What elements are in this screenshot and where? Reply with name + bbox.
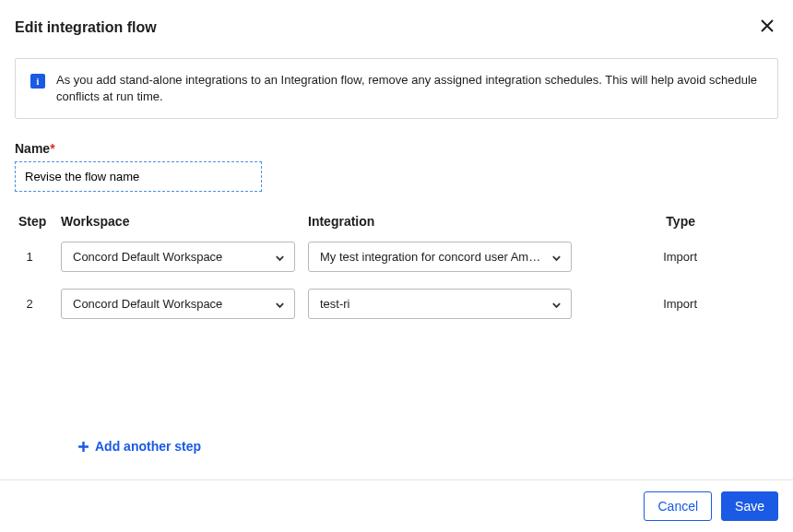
workspace-select-value: Concord Default Workspace bbox=[73, 297, 266, 311]
integration-select[interactable]: My test integration for concord user Ama… bbox=[308, 242, 572, 272]
step-number: 1 bbox=[15, 250, 61, 264]
type-cell: Import bbox=[585, 250, 778, 264]
step-row: 1 Concord Default Workspace My test inte… bbox=[15, 242, 778, 272]
close-icon bbox=[760, 18, 775, 36]
chevron-down-icon bbox=[551, 299, 562, 309]
column-header-type: Type bbox=[585, 214, 778, 229]
steps-table-header: Step Workspace Integration Type bbox=[15, 214, 778, 229]
steps-table: Step Workspace Integration Type 1 Concor… bbox=[15, 214, 778, 319]
integration-select-value: My test integration for concord user Ama… bbox=[320, 250, 543, 264]
step-row: 2 Concord Default Workspace test-ri Impo… bbox=[15, 289, 778, 319]
cancel-button[interactable]: Cancel bbox=[644, 491, 712, 521]
workspace-select[interactable]: Concord Default Workspace bbox=[61, 289, 295, 319]
plus-icon bbox=[77, 441, 89, 453]
step-number: 2 bbox=[15, 297, 61, 311]
integration-select[interactable]: test-ri bbox=[308, 289, 572, 319]
close-button[interactable] bbox=[756, 15, 778, 40]
add-step-label: Add another step bbox=[95, 439, 201, 454]
chevron-down-icon bbox=[551, 252, 562, 262]
integration-select-value: test-ri bbox=[320, 297, 543, 311]
save-button[interactable]: Save bbox=[721, 491, 778, 521]
info-banner: i As you add stand-alone integrations to… bbox=[15, 58, 778, 119]
info-icon: i bbox=[30, 74, 45, 89]
type-cell: Import bbox=[585, 297, 778, 311]
dialog-title: Edit integration flow bbox=[15, 19, 157, 36]
workspace-select-value: Concord Default Workspace bbox=[73, 250, 266, 264]
chevron-down-icon bbox=[275, 252, 285, 262]
dialog-footer: Cancel Save bbox=[0, 479, 793, 532]
chevron-down-icon bbox=[275, 299, 285, 309]
column-header-step: Step bbox=[15, 214, 61, 229]
info-banner-text: As you add stand-alone integrations to a… bbox=[56, 72, 763, 105]
name-label: Name* bbox=[15, 141, 778, 156]
required-indicator: * bbox=[50, 141, 54, 156]
add-step-row: Add another step bbox=[15, 439, 778, 454]
column-header-integration: Integration bbox=[308, 214, 585, 229]
dialog-header: Edit integration flow bbox=[15, 15, 778, 40]
name-input[interactable] bbox=[15, 161, 262, 192]
workspace-select[interactable]: Concord Default Workspace bbox=[61, 242, 295, 272]
column-header-workspace: Workspace bbox=[61, 214, 308, 229]
add-another-step-button[interactable]: Add another step bbox=[77, 439, 201, 454]
edit-integration-flow-dialog: Edit integration flow i As you add stand… bbox=[0, 0, 793, 468]
